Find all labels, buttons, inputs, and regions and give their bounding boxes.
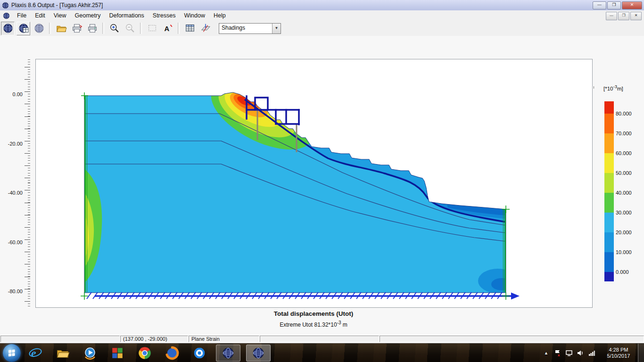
plaxis-icon xyxy=(252,347,264,359)
legend-value: 40.000 xyxy=(616,190,632,196)
taskbar-blue-ring-app-button[interactable] xyxy=(189,345,210,361)
table-output-button[interactable] xyxy=(183,22,197,35)
output-plot-view-button[interactable] xyxy=(1,22,15,35)
start-button[interactable] xyxy=(3,344,21,362)
windows-flag-icon xyxy=(8,349,16,357)
print-button[interactable] xyxy=(85,22,99,35)
toolbar: A Shadings ▼ xyxy=(0,21,644,36)
displacement-contour-plot[interactable] xyxy=(36,59,592,307)
legend-value: 10.000 xyxy=(616,249,632,255)
analysis-mode: Plane Strain xyxy=(189,336,259,342)
legend-band xyxy=(604,114,614,133)
taskbar-mediaplayer-button[interactable] xyxy=(79,345,101,361)
zoom-out-button[interactable] xyxy=(123,22,137,35)
soil-body xyxy=(83,85,507,295)
color-legend: [*10-3m] 80.00070.00060.00050.00040.0003… xyxy=(600,84,643,291)
minimize-button[interactable]: — xyxy=(593,1,606,9)
clock-date: 5/10/2017 xyxy=(602,353,635,359)
menu-item-geometry[interactable]: Geometry xyxy=(71,10,105,21)
export-report-button[interactable] xyxy=(70,22,83,35)
output-table-view-button[interactable] xyxy=(17,22,30,35)
taskbar-explorer-button[interactable] xyxy=(52,345,74,361)
show-desktop-button[interactable] xyxy=(638,344,644,362)
legend-band xyxy=(604,272,614,281)
shadings-select[interactable]: Shadings ▼ xyxy=(219,23,281,34)
taskbar-plaxis-input-button[interactable] xyxy=(216,345,240,362)
v-ruler-label: 0.00 xyxy=(13,91,23,97)
chevron-down-icon[interactable]: ▼ xyxy=(272,24,281,33)
taskbar-clock[interactable]: 4:28 PM 5/10/2017 xyxy=(602,347,635,359)
vertical-ruler-ticks xyxy=(25,59,30,308)
v-ruler-label: -60.00 xyxy=(8,239,23,245)
taskbar-grid-app-button[interactable] xyxy=(107,345,128,361)
taskbar-plaxis-output-button[interactable] xyxy=(246,345,271,362)
plaxis-icon xyxy=(222,347,234,359)
client-area: -40.00-20.000.0020.0040.0060.0080.00100.… xyxy=(0,36,644,335)
network-icon[interactable] xyxy=(587,348,596,358)
v-ruler-label: -20.00 xyxy=(8,141,23,147)
v-ruler-label: -80.00 xyxy=(8,288,23,294)
text-annotation-button[interactable]: A xyxy=(161,22,174,35)
menu-item-window[interactable]: Window xyxy=(180,10,209,21)
menu-item-stresses[interactable]: Stresses xyxy=(149,10,180,21)
status-panel-empty xyxy=(260,336,379,342)
menu-item-view[interactable]: View xyxy=(50,10,71,21)
output-curves-view-button[interactable] xyxy=(32,22,46,35)
menu-item-file[interactable]: File xyxy=(13,10,31,21)
legend-band xyxy=(604,252,614,272)
svg-text:A: A xyxy=(164,25,169,33)
zoom-in-button[interactable] xyxy=(107,22,121,35)
window-title: Plaxis 8.6 Output - [Tugas Akhir.257] xyxy=(11,2,103,8)
close-button[interactable]: ✕ xyxy=(622,1,642,9)
folder-icon xyxy=(56,346,70,360)
arrow-head-icon xyxy=(511,293,520,300)
menu-bar: FileEditViewGeometryDeformationsStresses… xyxy=(0,10,644,21)
legend-band xyxy=(604,193,614,213)
system-tray: ▲ x 4:28 PM 5/10/2017 xyxy=(544,344,644,362)
legend-value: 0.000 xyxy=(616,269,629,275)
toolbar-separator xyxy=(49,23,51,34)
taskbar: e xyxy=(0,343,644,362)
legend-unit-label: [*10-3m] xyxy=(603,84,623,91)
vertical-ruler: 0.00-20.00-40.00-60.00-80.00 xyxy=(2,36,23,335)
title-bar: Plaxis 8.6 Output - [Tugas Akhir.257] — … xyxy=(0,0,644,11)
legend-band xyxy=(604,232,614,252)
colored-grid-icon xyxy=(111,346,124,360)
taskbar-ie-button[interactable]: e xyxy=(25,345,46,361)
display-icon[interactable] xyxy=(564,348,574,358)
zoom-rectangle-button[interactable] xyxy=(145,22,159,35)
internet-explorer-icon: e xyxy=(28,346,42,360)
legend-value: 20.000 xyxy=(616,230,632,235)
legend-value: 30.000 xyxy=(616,210,632,215)
legend-band xyxy=(604,173,614,193)
volume-icon[interactable] xyxy=(576,348,585,358)
hidden-icons-button[interactable]: ▲ xyxy=(544,351,548,355)
plot-caption: Total displacements (Utot) Extreme Utot … xyxy=(35,310,592,328)
cross-section-button[interactable] xyxy=(198,22,212,35)
mdi-restore-button[interactable]: ❐ xyxy=(618,12,629,20)
menu-item-edit[interactable]: Edit xyxy=(31,10,50,21)
menu-item-deformations[interactable]: Deformations xyxy=(105,10,148,21)
legend-band xyxy=(604,101,614,114)
status-bar: (137.000 , -29.000) Plane Strain xyxy=(0,335,644,344)
mdi-minimize-button[interactable]: — xyxy=(606,12,617,20)
plaxis-output-window: Plaxis 8.6 Output - [Tugas Akhir.257] — … xyxy=(0,0,644,362)
plaxis-app-icon xyxy=(2,2,9,9)
plot-canvas[interactable] xyxy=(35,59,593,308)
restore-button[interactable]: ❐ xyxy=(607,1,621,9)
legend-band xyxy=(604,153,614,173)
taskbar-chrome-button[interactable] xyxy=(134,345,156,361)
toolbar-separator xyxy=(140,23,142,34)
open-file-button[interactable] xyxy=(54,22,68,35)
action-center-icon[interactable]: x xyxy=(553,348,562,358)
firefox-icon xyxy=(165,346,179,360)
taskbar-firefox-button[interactable] xyxy=(161,345,183,361)
menu-item-help[interactable]: Help xyxy=(209,10,230,21)
legend-value: 60.000 xyxy=(616,150,632,156)
chrome-icon xyxy=(138,346,152,360)
svg-text:x: x xyxy=(558,353,560,357)
caption-title: Total displacements (Utot) xyxy=(35,310,592,317)
mdi-close-button[interactable]: ✕ xyxy=(630,12,642,20)
blue-ring-icon xyxy=(192,346,206,360)
legend-value: 70.000 xyxy=(616,131,632,136)
